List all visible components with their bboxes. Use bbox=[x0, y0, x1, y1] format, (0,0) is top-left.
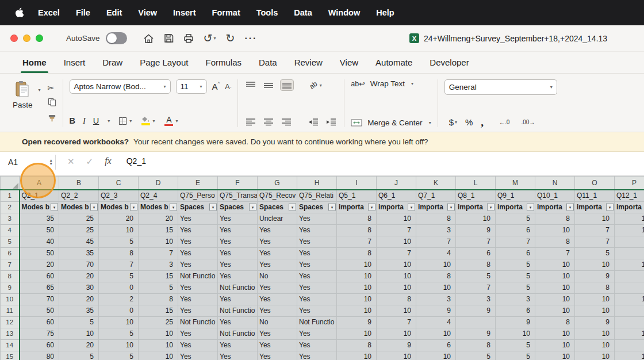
cell[interactable]: Modes b▾ bbox=[99, 201, 139, 213]
cell[interactable] bbox=[615, 316, 644, 328]
filter-dropdown-button[interactable]: ▾ bbox=[209, 204, 217, 211]
cell[interactable]: Yes bbox=[258, 328, 297, 339]
apple-menu-icon[interactable] bbox=[10, 7, 28, 18]
cell[interactable]: Yes bbox=[297, 351, 337, 360]
cell[interactable]: 3 bbox=[496, 293, 535, 305]
cell[interactable]: 8 bbox=[575, 282, 615, 293]
home-icon[interactable] bbox=[143, 33, 154, 44]
cell[interactable]: 10 bbox=[377, 328, 416, 339]
tab-home[interactable]: Home bbox=[14, 58, 55, 73]
filter-dropdown-button[interactable]: ▾ bbox=[527, 204, 534, 211]
cell[interactable]: 60 bbox=[20, 316, 59, 328]
cell[interactable]: 10 bbox=[377, 305, 416, 316]
cell[interactable]: Yes bbox=[178, 247, 218, 259]
cell[interactable]: 10 bbox=[615, 224, 644, 236]
cell[interactable]: Yes bbox=[178, 213, 218, 224]
cell[interactable]: 10 bbox=[139, 339, 178, 351]
cell[interactable]: 10 bbox=[337, 282, 377, 293]
cell[interactable]: 10 bbox=[575, 351, 615, 360]
tab-view[interactable]: View bbox=[331, 58, 367, 73]
cell[interactable]: 30 bbox=[59, 282, 99, 293]
filter-dropdown-button[interactable]: ▾ bbox=[408, 204, 415, 211]
filter-dropdown-button[interactable]: ▾ bbox=[51, 204, 58, 211]
select-all-button[interactable] bbox=[1, 177, 20, 190]
menu-window[interactable]: Window bbox=[320, 8, 368, 17]
bold-button[interactable]: B bbox=[70, 116, 75, 125]
cell[interactable]: 7 bbox=[456, 282, 496, 293]
cell[interactable]: Yes bbox=[178, 305, 218, 316]
cell[interactable]: 10 bbox=[456, 213, 496, 224]
cell[interactable]: Not Functio bbox=[218, 328, 258, 339]
menu-insert[interactable]: Insert bbox=[165, 8, 204, 17]
cell[interactable]: 5 bbox=[496, 339, 535, 351]
cell[interactable]: 4 bbox=[416, 316, 456, 328]
cell[interactable]: 3 bbox=[456, 293, 496, 305]
spreadsheet[interactable]: ABCDEFGHIJKLMNOP1Q2_1Q2_2Q2_3Q2_4Q75_Per… bbox=[0, 176, 644, 360]
menu-edit[interactable]: Edit bbox=[98, 8, 130, 17]
cancel-icon[interactable]: ✕ bbox=[67, 156, 75, 167]
comma-format-button[interactable]: , bbox=[481, 120, 484, 125]
cell[interactable]: Yes bbox=[258, 351, 297, 360]
row-header-12[interactable]: 12 bbox=[1, 316, 20, 328]
cell[interactable]: Yes bbox=[258, 224, 297, 236]
cell[interactable] bbox=[615, 339, 644, 351]
cell[interactable]: Not Functio bbox=[178, 270, 218, 282]
cell[interactable]: Yes bbox=[258, 339, 297, 351]
filter-dropdown-button[interactable]: ▾ bbox=[249, 204, 256, 211]
cell[interactable]: 25 bbox=[139, 316, 178, 328]
cell[interactable]: 10 bbox=[377, 213, 416, 224]
filter-dropdown-button[interactable]: ▾ bbox=[170, 204, 177, 211]
minimize-window-button[interactable] bbox=[23, 35, 30, 42]
cell[interactable]: 40 bbox=[20, 236, 59, 247]
cell[interactable]: Yes bbox=[258, 282, 297, 293]
tab-developer[interactable]: Developer bbox=[421, 58, 477, 73]
cell[interactable]: 10 bbox=[575, 328, 615, 339]
row-header-2[interactable]: 2 bbox=[1, 201, 20, 213]
menu-tools[interactable]: Tools bbox=[248, 8, 286, 17]
cell[interactable]: 10 bbox=[535, 305, 575, 316]
cell[interactable]: 10 bbox=[377, 259, 416, 270]
cell[interactable]: 10 bbox=[99, 316, 139, 328]
cell[interactable]: importa▾ bbox=[416, 201, 456, 213]
cell[interactable]: 9 bbox=[456, 305, 496, 316]
undo-button[interactable]: ↺▾ bbox=[204, 33, 216, 44]
tab-data[interactable]: Data bbox=[250, 58, 286, 73]
number-format-select[interactable]: General▾ bbox=[444, 79, 557, 95]
cell[interactable]: Yes bbox=[178, 236, 218, 247]
cell[interactable]: 70 bbox=[20, 293, 59, 305]
cell[interactable]: Q2_4 bbox=[139, 190, 178, 202]
cell[interactable]: 10 bbox=[99, 339, 139, 351]
cell[interactable]: 10 bbox=[337, 270, 377, 282]
cell[interactable]: 5 bbox=[99, 236, 139, 247]
menu-file[interactable]: File bbox=[68, 8, 98, 17]
row-header-3[interactable]: 3 bbox=[1, 213, 20, 224]
cell[interactable]: 5 bbox=[99, 328, 139, 339]
cell[interactable]: 10 bbox=[496, 328, 535, 339]
cell[interactable]: Spaces▾ bbox=[178, 201, 218, 213]
column-header-a[interactable]: A bbox=[20, 177, 59, 190]
column-header-i[interactable]: I bbox=[337, 177, 377, 190]
cell[interactable]: Yes bbox=[218, 351, 258, 360]
align-left-button[interactable] bbox=[244, 117, 257, 127]
cell[interactable]: 5 bbox=[139, 282, 178, 293]
cell[interactable]: 10 bbox=[535, 339, 575, 351]
cell[interactable]: 7 bbox=[337, 236, 377, 247]
name-box[interactable]: A1 ▲▼ bbox=[0, 152, 55, 173]
cell[interactable]: 10 bbox=[575, 259, 615, 270]
tab-insert[interactable]: Insert bbox=[55, 58, 94, 73]
font-name-select[interactable]: Aptos Narrow (Bod...▾ bbox=[70, 79, 171, 94]
cell[interactable]: Not Functio bbox=[218, 282, 258, 293]
cell[interactable]: 4 bbox=[416, 247, 456, 259]
cell[interactable]: 10 bbox=[99, 224, 139, 236]
cell[interactable]: 8 bbox=[139, 293, 178, 305]
cell[interactable]: 10 bbox=[535, 351, 575, 360]
tab-formulas[interactable]: Formulas bbox=[197, 58, 250, 73]
cell[interactable]: 9 bbox=[416, 305, 456, 316]
menu-data[interactable]: Data bbox=[286, 8, 320, 17]
decrease-decimal-button[interactable]: .00→ bbox=[519, 117, 536, 127]
print-icon[interactable] bbox=[183, 33, 194, 43]
cell[interactable]: Yes bbox=[297, 224, 337, 236]
align-top-button[interactable] bbox=[244, 80, 257, 90]
font-size-select[interactable]: 11▾ bbox=[176, 79, 207, 94]
autosave-toggle[interactable] bbox=[106, 32, 127, 44]
